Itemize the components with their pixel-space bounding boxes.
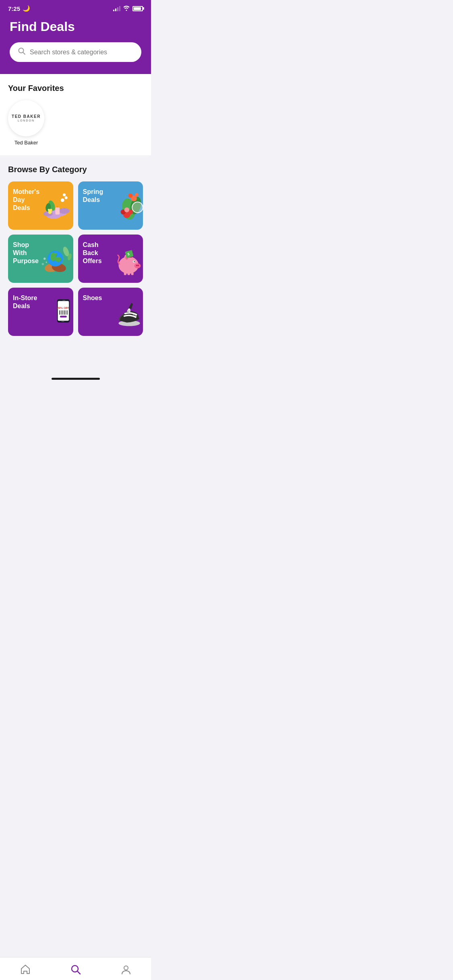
svg-rect-61 (67, 310, 68, 315)
svg-point-19 (128, 194, 133, 198)
browse-section: Browse By Category Mother's Day Deals (0, 155, 151, 342)
category-card-cashback[interactable]: Cash Back Offers (78, 235, 143, 283)
svg-point-68 (135, 315, 137, 317)
card-label-spring: Spring Deals (83, 188, 114, 204)
svg-rect-50 (131, 272, 134, 275)
svg-point-39 (136, 265, 138, 266)
svg-point-10 (57, 206, 58, 208)
svg-line-1 (23, 52, 25, 54)
svg-point-34 (43, 257, 46, 259)
status-icons (113, 5, 143, 12)
category-card-shoes[interactable]: Shoes (78, 288, 143, 336)
header: Find Deals (0, 15, 151, 74)
svg-point-14 (48, 209, 50, 211)
favorites-section: Your Favorites TED BAKER LONDON Ted Bake… (0, 74, 151, 155)
category-card-shop[interactable]: Shop With Purpose (8, 235, 73, 283)
svg-point-6 (60, 198, 64, 202)
svg-rect-63 (61, 321, 64, 322)
svg-point-40 (138, 265, 139, 266)
favorite-logo: TED BAKER LONDON (8, 100, 44, 136)
moon-icon: 🌙 (23, 5, 30, 12)
card-label-cashback: Cash Back Offers (83, 241, 114, 265)
svg-point-20 (135, 193, 139, 197)
card-label-shop: Shop With Purpose (13, 241, 43, 265)
category-card-mothers[interactable]: Mother's Day Deals (8, 181, 73, 230)
search-icon (18, 47, 26, 57)
svg-rect-57 (62, 310, 62, 315)
svg-point-69 (133, 313, 135, 315)
favorites-row: TED BAKER LONDON Ted Baker (8, 100, 143, 155)
svg-point-35 (46, 261, 47, 263)
category-card-instore[interactable]: In-Store Deals 20% OFF (8, 288, 73, 336)
svg-rect-60 (66, 310, 66, 315)
card-label-instore: In-Store Deals (13, 294, 43, 310)
svg-rect-53 (58, 303, 68, 317)
svg-rect-62 (60, 316, 67, 317)
shoes-illustration (107, 288, 143, 336)
favorites-title: Your Favorites (8, 84, 143, 93)
battery-icon (132, 6, 143, 11)
status-time: 7:25 (8, 5, 20, 12)
ted-baker-logo: TED BAKER LONDON (12, 114, 41, 122)
svg-point-7 (64, 196, 67, 199)
browse-title: Browse By Category (8, 165, 143, 174)
svg-rect-48 (124, 272, 126, 275)
svg-point-8 (63, 194, 66, 196)
favorite-item[interactable]: TED BAKER LONDON Ted Baker (8, 100, 44, 146)
svg-rect-9 (55, 207, 60, 214)
svg-point-24 (124, 207, 129, 212)
svg-point-38 (134, 264, 141, 268)
favorite-store-name: Ted Baker (14, 140, 38, 146)
category-grid: Mother's Day Deals (8, 181, 143, 336)
signal-icon (113, 6, 120, 11)
wifi-icon (123, 5, 130, 12)
ted-baker-name-top: TED BAKER (12, 114, 41, 119)
page-title: Find Deals (10, 19, 141, 34)
search-bar[interactable] (10, 42, 141, 62)
svg-text:20% OFF: 20% OFF (57, 307, 69, 310)
svg-point-15 (50, 209, 52, 211)
category-card-spring[interactable]: Spring Deals (78, 181, 143, 230)
status-bar: 7:25 🌙 (0, 0, 151, 15)
svg-rect-64 (62, 300, 65, 301)
svg-point-3 (59, 208, 70, 214)
svg-rect-58 (63, 310, 64, 315)
svg-rect-55 (59, 310, 60, 315)
svg-point-30 (55, 257, 61, 262)
home-bar-indicator (52, 378, 100, 380)
card-label-shoes: Shoes (83, 294, 102, 302)
svg-point-25 (132, 202, 143, 213)
card-label-mothers: Mother's Day Deals (13, 188, 43, 212)
ted-baker-name-bottom: LONDON (12, 119, 41, 122)
svg-point-31 (54, 253, 57, 256)
svg-rect-56 (60, 310, 61, 315)
svg-rect-49 (128, 272, 130, 275)
search-input[interactable] (30, 49, 133, 56)
svg-point-42 (134, 261, 135, 262)
svg-rect-59 (64, 310, 65, 315)
